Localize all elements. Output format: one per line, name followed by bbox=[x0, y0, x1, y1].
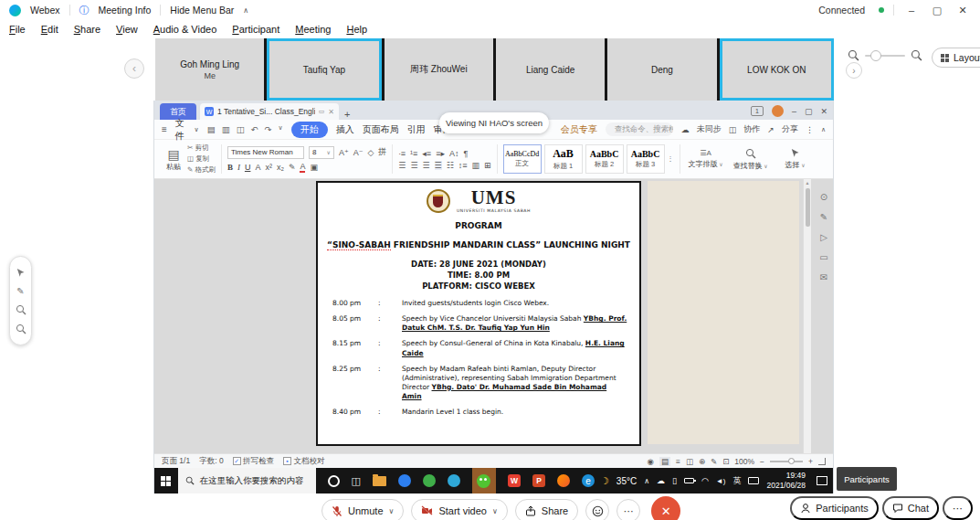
style-heading1[interactable]: AaB 标题 1 bbox=[544, 144, 583, 174]
line-spacing-button[interactable]: ↕≡ bbox=[458, 161, 468, 170]
zoom-minus-button[interactable]: − bbox=[760, 457, 764, 466]
align-center-button[interactable]: ☰ bbox=[410, 161, 417, 170]
copy-button[interactable]: ◫ 复制 bbox=[187, 154, 216, 164]
meeting-app-icon[interactable] bbox=[448, 474, 460, 487]
style-heading3[interactable]: AaBbC 标题 3 bbox=[627, 144, 665, 174]
battery-icon[interactable] bbox=[684, 478, 694, 483]
video-tile[interactable]: Deng bbox=[607, 38, 716, 101]
share-button[interactable]: Share bbox=[515, 499, 578, 520]
filmstrip-next-button[interactable]: › bbox=[846, 62, 862, 79]
sort-icon[interactable]: A↕ bbox=[449, 149, 459, 158]
chevron-down-icon[interactable]: ∨ bbox=[389, 507, 395, 515]
firefox-button[interactable] bbox=[557, 474, 570, 487]
cortana-button[interactable] bbox=[328, 475, 340, 487]
font-size-select[interactable]: 8∨ bbox=[309, 146, 334, 159]
chat-panel-button[interactable]: Chat bbox=[882, 496, 939, 520]
hide-menu-bar-button[interactable]: Hide Menu Bar bbox=[170, 5, 234, 16]
status-zoom-slider[interactable] bbox=[770, 461, 803, 462]
zoom-in-icon[interactable] bbox=[911, 49, 922, 61]
grow-font-icon[interactable]: A⁺ bbox=[339, 148, 349, 157]
volume-icon[interactable]: ◄) bbox=[716, 477, 726, 485]
bold-button[interactable]: B bbox=[227, 163, 233, 172]
file-explorer-button[interactable] bbox=[373, 476, 386, 486]
web-view-icon[interactable]: ⊕ bbox=[699, 457, 705, 466]
close-button[interactable]: ✕ bbox=[954, 5, 971, 16]
redo-icon[interactable]: ↷ bbox=[265, 124, 272, 134]
ribbon-tab-home[interactable]: 开始 bbox=[291, 122, 328, 138]
print-icon[interactable]: ▥ bbox=[222, 124, 230, 134]
italic-button[interactable]: I bbox=[237, 163, 240, 172]
wps-close-button[interactable]: ✕ bbox=[820, 107, 827, 116]
proofing-toggle[interactable]: ▪ 文档校对 bbox=[283, 456, 324, 467]
pointer-tool-icon[interactable] bbox=[16, 268, 26, 278]
magnify-in-icon[interactable] bbox=[16, 304, 26, 315]
superscript-button[interactable]: x² bbox=[265, 163, 272, 172]
video-tile[interactable]: Liang Caide bbox=[496, 38, 605, 101]
maximize-button[interactable]: ▢ bbox=[929, 5, 945, 16]
wps-account-avatar[interactable] bbox=[772, 105, 784, 117]
wps-app-button[interactable]: W bbox=[508, 474, 521, 487]
zoom-plus-button[interactable]: + bbox=[808, 457, 813, 466]
vertical-scrollbar[interactable]: ▲ bbox=[803, 179, 811, 453]
reactions-button[interactable] bbox=[585, 499, 609, 520]
task-view-button[interactable]: ◫ bbox=[352, 475, 361, 487]
zoom-out-icon[interactable] bbox=[848, 49, 859, 61]
shading-button[interactable]: ▥ bbox=[471, 161, 479, 170]
more-options-button[interactable]: ⋯ bbox=[616, 499, 640, 520]
wps-minimize-button[interactable]: – bbox=[792, 107, 796, 116]
bullet-list-button[interactable]: ∙≡ bbox=[398, 149, 406, 158]
char-scale-icon[interactable]: A bbox=[255, 163, 260, 172]
taskbar-clock[interactable]: 19:49 2021/06/28 bbox=[766, 471, 806, 490]
decrease-indent-button[interactable]: ◂≡ bbox=[422, 149, 431, 158]
wps-document-tab[interactable]: W 1 Tentative_Si... Class_English ▭ ✕ bbox=[200, 103, 339, 120]
undo-icon[interactable]: ↶ bbox=[251, 124, 258, 134]
scrollbar-thumb[interactable] bbox=[806, 188, 810, 227]
meeting-info-button[interactable]: Meeting Info bbox=[99, 5, 152, 16]
spell-check-toggle[interactable]: ✓ 拼写检查 bbox=[233, 456, 274, 467]
ruler-icon[interactable]: ▭ bbox=[819, 252, 827, 262]
font-color-button[interactable]: A bbox=[300, 162, 305, 173]
keyboard-icon[interactable] bbox=[748, 477, 759, 484]
zoom-slider[interactable] bbox=[865, 55, 905, 57]
align-left-button[interactable]: ☰ bbox=[398, 161, 406, 170]
clear-format-icon[interactable]: ◇ bbox=[367, 148, 374, 157]
wifi-icon[interactable]: ◠ bbox=[701, 476, 709, 485]
action-center-icon[interactable] bbox=[817, 476, 827, 485]
outline-view-icon[interactable]: ≡ bbox=[676, 457, 680, 466]
select-tool[interactable]: 选择 ∨ bbox=[775, 142, 816, 176]
cloud-tray-icon[interactable]: ☁ bbox=[657, 476, 665, 485]
wechat-button-active[interactable] bbox=[472, 468, 496, 493]
pen-tool-icon[interactable]: ✎ bbox=[16, 286, 24, 296]
settings-icon[interactable]: ⊙ bbox=[820, 192, 827, 202]
menu-file[interactable]: File bbox=[9, 24, 26, 35]
more-panels-button[interactable]: ⋯ bbox=[943, 496, 973, 520]
window-split-icon[interactable]: 1 bbox=[751, 106, 764, 116]
align-right-button[interactable]: ☰ bbox=[422, 161, 429, 170]
input-language[interactable]: 英 bbox=[732, 475, 741, 487]
magnify-out-icon[interactable] bbox=[16, 324, 26, 334]
find-replace-tool[interactable]: 查找替换 ∨ bbox=[731, 142, 771, 176]
style-normal[interactable]: AaBbCcDd 正文 bbox=[503, 144, 542, 174]
font-name-select[interactable]: Times New Roman bbox=[227, 146, 304, 159]
unmute-button[interactable]: Unmute ∨ bbox=[321, 499, 404, 520]
weather-moon-icon[interactable]: ☽ bbox=[600, 475, 609, 487]
zoom-slider-knob[interactable] bbox=[870, 50, 881, 61]
numbered-list-button[interactable]: ¹≡ bbox=[410, 149, 417, 158]
menu-view[interactable]: View bbox=[116, 24, 138, 35]
start-button[interactable] bbox=[154, 468, 178, 493]
command-search-box[interactable]: 查找命令、搜索模板 bbox=[606, 122, 673, 136]
menu-help[interactable]: Help bbox=[346, 24, 367, 35]
filmstrip-prev-button[interactable]: ‹ bbox=[124, 58, 144, 79]
pen-view-icon[interactable]: ✎ bbox=[711, 457, 717, 466]
fit-page-icon[interactable]: ⊡ bbox=[722, 457, 729, 466]
menu-participant[interactable]: Participant bbox=[232, 24, 279, 35]
participants-panel-button[interactable]: Participants bbox=[790, 496, 878, 520]
eye-protect-icon[interactable]: ◉ bbox=[647, 457, 653, 466]
document-page[interactable]: UMS UNIVERSITI MALAYSIA SABAH PROGRAM “S… bbox=[316, 181, 641, 446]
layout-button[interactable]: Layout bbox=[932, 48, 980, 68]
menu-audio-video[interactable]: Audio & Video bbox=[153, 24, 217, 35]
tray-expand-icon[interactable]: ∧ bbox=[644, 477, 649, 485]
text-layout-tool[interactable]: ☰A 文字排版 ∨ bbox=[686, 142, 726, 176]
play-icon[interactable]: ▷ bbox=[820, 232, 827, 242]
char-shading-button[interactable]: ▣ bbox=[310, 163, 318, 172]
